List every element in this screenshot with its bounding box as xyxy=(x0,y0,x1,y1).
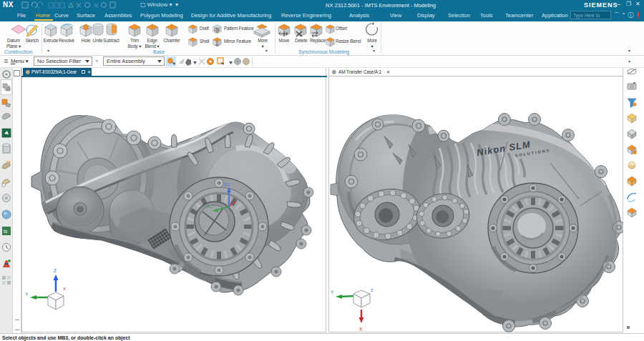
svg-text:ZC: ZC xyxy=(224,182,230,187)
svg-text:X: X xyxy=(359,327,363,332)
svg-text:Z: Z xyxy=(54,268,57,273)
svg-text:X: X xyxy=(63,287,66,291)
svg-text:ts: ts xyxy=(4,229,8,234)
svg-text:Y: Y xyxy=(331,290,334,295)
svg-text:Y: Y xyxy=(25,292,29,297)
svg-text:XC: XC xyxy=(206,204,213,209)
svg-text:Z: Z xyxy=(371,288,374,292)
